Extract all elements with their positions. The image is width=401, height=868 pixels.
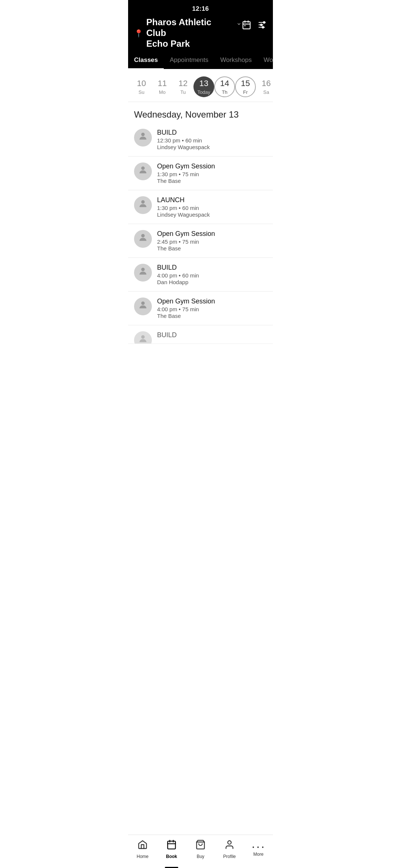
svg-point-13	[141, 200, 144, 204]
day-cell-15[interactable]: 15 Fr	[235, 76, 256, 97]
location-icon: 📍	[134, 29, 143, 38]
svg-point-8	[263, 22, 265, 23]
class-info: BUILD	[157, 331, 267, 340]
class-info: Open Gym Session 4:00 pm • 75 min The Ba…	[157, 297, 267, 319]
class-item-build-2[interactable]: BUILD 4:00 pm • 60 min Dan Hodapp	[128, 258, 273, 292]
svg-point-15	[141, 268, 144, 271]
day-cell-11[interactable]: 11 Mo	[152, 75, 173, 98]
tab-appointments[interactable]: Appointments	[164, 53, 214, 69]
tab-workshops[interactable]: Workshops	[214, 53, 258, 69]
filter-icon-button[interactable]	[257, 20, 267, 32]
class-info: BUILD 4:00 pm • 60 min Dan Hodapp	[157, 264, 267, 285]
svg-point-17	[141, 335, 144, 339]
header-icons	[242, 17, 267, 32]
location-name-line1: Pharos Athletic Club	[146, 17, 232, 39]
status-time: 12:16	[192, 5, 209, 12]
class-item-open-gym-1[interactable]: Open Gym Session 1:30 pm • 75 min The Ba…	[128, 157, 273, 190]
class-info: BUILD 12:30 pm • 60 min Lindsey Waguespa…	[157, 129, 267, 150]
svg-point-9	[261, 24, 262, 26]
calendar-strip: 10 Su 11 Mo 12 Tu 13 Today 14 Th 15 Fr 1…	[128, 69, 273, 102]
class-item-launch[interactable]: LAUNCH 1:30 pm • 60 min Lindsey Waguespa…	[128, 190, 273, 224]
avatar	[134, 297, 152, 315]
bottom-spacer	[128, 344, 273, 377]
class-item-open-gym-2[interactable]: Open Gym Session 2:45 pm • 75 min The Ba…	[128, 224, 273, 258]
class-info: Open Gym Session 1:30 pm • 75 min The Ba…	[157, 162, 267, 184]
svg-rect-0	[243, 22, 250, 29]
class-item-build-3-partial[interactable]: BUILD	[128, 325, 273, 344]
svg-point-16	[141, 302, 144, 305]
day-cell-12[interactable]: 12 Tu	[173, 75, 193, 98]
class-info: LAUNCH 1:30 pm • 60 min Lindsey Waguespa…	[157, 196, 267, 218]
avatar	[134, 196, 152, 214]
class-item-build-1[interactable]: BUILD 12:30 pm • 60 min Lindsey Waguespa…	[128, 123, 273, 157]
nav-tabs: Classes Appointments Workshops Worksh...	[128, 49, 273, 69]
location-text[interactable]: Pharos Athletic Club Echo Park	[146, 17, 232, 49]
date-heading: Wednesday, November 13	[128, 102, 273, 123]
location-name-line2: Echo Park	[146, 39, 232, 49]
svg-point-10	[262, 26, 264, 28]
day-cell-10[interactable]: 10 Su	[131, 75, 152, 98]
calendar-icon-button[interactable]	[242, 20, 251, 32]
tab-workshops2[interactable]: Worksh...	[258, 53, 273, 69]
day-cell-13-today[interactable]: 13 Today	[193, 76, 214, 97]
avatar	[134, 162, 152, 180]
avatar	[134, 230, 152, 248]
header-left: 📍 Pharos Athletic Club Echo Park ⌄	[134, 17, 242, 49]
avatar	[134, 129, 152, 147]
day-row: 10 Su 11 Mo 12 Tu 13 Today 14 Th 15 Fr 1…	[128, 75, 273, 98]
class-list: BUILD 12:30 pm • 60 min Lindsey Waguespa…	[128, 123, 273, 344]
class-info: Open Gym Session 2:45 pm • 75 min The Ba…	[157, 230, 267, 251]
svg-point-12	[141, 167, 144, 170]
status-bar: 12:16	[128, 0, 273, 16]
header: 📍 Pharos Athletic Club Echo Park ⌄	[128, 16, 273, 49]
tab-classes[interactable]: Classes	[128, 53, 164, 69]
day-cell-14[interactable]: 14 Th	[214, 76, 235, 97]
chevron-down-icon[interactable]: ⌄	[236, 19, 242, 27]
avatar	[134, 331, 152, 344]
day-cell-16[interactable]: 16 Sa	[256, 75, 273, 98]
svg-point-14	[141, 234, 144, 237]
class-item-open-gym-3[interactable]: Open Gym Session 4:00 pm • 75 min The Ba…	[128, 292, 273, 325]
svg-point-11	[141, 133, 144, 136]
avatar	[134, 264, 152, 282]
